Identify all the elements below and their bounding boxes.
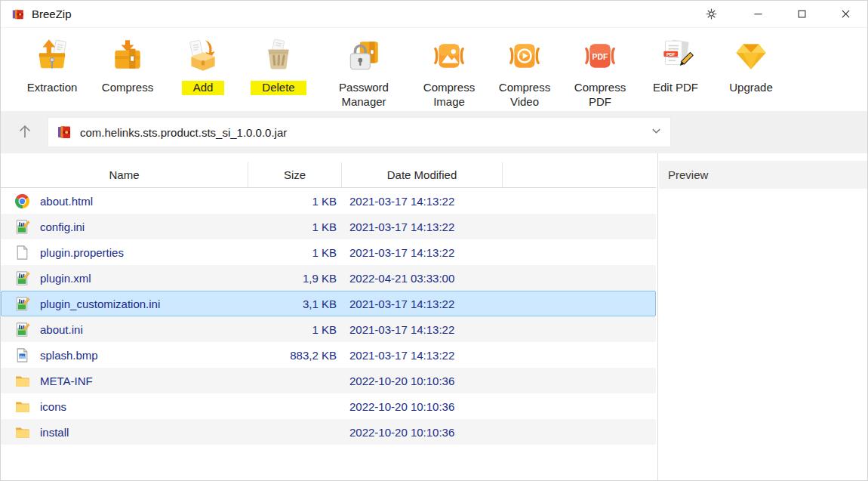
close-button[interactable] — [823, 1, 867, 28]
properties-file-icon — [14, 245, 30, 261]
archive-file-icon — [56, 124, 72, 140]
file-date-modified: 2021-03-17 14:13:22 — [343, 298, 503, 310]
file-size: 3,1 KB — [249, 298, 343, 310]
file-size: 1 KB — [249, 323, 343, 336]
toolbar-item-label: Extraction — [26, 81, 79, 95]
compress-pdf-icon: PDF — [580, 36, 620, 76]
maximize-icon — [796, 8, 808, 20]
extraction-icon — [32, 36, 72, 76]
up-arrow-icon — [17, 123, 33, 142]
file-name: plugin.xml — [40, 272, 91, 285]
compress-icon — [108, 36, 147, 76]
svg-text:PDF: PDF — [666, 52, 676, 57]
address-bar: com.helinks.sts.product.sts_si_1.0.0.0.j… — [1, 111, 867, 153]
file-date-modified: 2022-10-20 10:10:36 — [343, 426, 503, 439]
file-row-splash-bmp[interactable]: splash.bmp 883,2 KB 2021-03-17 14:13:22 — [1, 342, 656, 368]
toolbar-item-label: Compress Image — [411, 81, 487, 109]
ini-file-icon — [14, 322, 30, 338]
folder-icon — [14, 424, 30, 440]
compress-image-icon — [429, 36, 469, 76]
file-date-modified: 2021-03-17 14:13:22 — [343, 246, 503, 259]
toolbar-item-compress-image[interactable]: Compress Image — [411, 29, 487, 109]
folder-icon — [14, 373, 30, 389]
toolbar-item-upgrade[interactable]: Upgrade — [713, 29, 789, 95]
file-row-icons[interactable]: icons 2022-10-20 10:10:36 — [1, 393, 656, 419]
window-title: BreeZip — [32, 8, 72, 20]
toolbar-item-delete[interactable]: Delete — [241, 29, 316, 95]
archive-path: com.helinks.sts.product.sts_si_1.0.0.0.j… — [80, 126, 645, 139]
file-row-install[interactable]: install 2022-10-20 10:10:36 — [1, 419, 656, 445]
up-directory-button[interactable] — [8, 119, 42, 146]
file-row-plugin-properties[interactable]: plugin.properties 1 KB 2021-03-17 14:13:… — [1, 239, 656, 265]
gear-icon — [705, 8, 718, 20]
file-name: META-INF — [40, 375, 93, 387]
file-row-config-ini[interactable]: config.ini 1 KB 2021-03-17 14:13:22 — [1, 214, 656, 239]
delete-icon — [259, 36, 298, 76]
file-size: 1 KB — [249, 195, 343, 208]
file-date-modified: 2021-03-17 14:13:22 — [343, 195, 503, 208]
maximize-button[interactable] — [780, 1, 823, 28]
file-row-plugin-customization-ini[interactable]: plugin_customization.ini 3,1 KB 2021-03-… — [1, 291, 656, 316]
minimize-button[interactable] — [736, 1, 780, 28]
panel-divider — [657, 153, 658, 481]
toolbar-item-password-manager[interactable]: Password Manager — [316, 29, 411, 109]
minimize-icon — [752, 8, 765, 20]
file-size: 1,9 KB — [249, 272, 343, 285]
column-header-name[interactable]: Name — [1, 162, 248, 187]
toolbar-item-compress-video[interactable]: Compress Video — [487, 29, 562, 109]
file-name: splash.bmp — [40, 349, 98, 362]
bmp-file-icon — [14, 347, 30, 363]
file-date-modified: 2022-10-20 10:10:36 — [343, 400, 503, 413]
preview-title: Preview — [668, 168, 708, 181]
file-size: 1 KB — [249, 220, 343, 233]
file-size: 1 KB — [249, 246, 343, 259]
toolbar-item-label: Compress PDF — [562, 81, 638, 109]
toolbar-item-compress[interactable]: Compress — [90, 29, 165, 95]
column-header-size[interactable]: Size — [248, 162, 342, 187]
file-name: icons — [40, 400, 66, 413]
content-area: Name Size Date Modified about.html 1 KB … — [1, 153, 867, 481]
toolbar-item-label: Edit PDF — [651, 81, 700, 95]
title-bar: BreeZip — [1, 1, 867, 28]
file-date-modified: 2021-03-17 14:13:22 — [343, 349, 503, 362]
main-toolbar: Extraction Compress Add Delete Password … — [1, 29, 867, 111]
file-name: config.ini — [40, 220, 85, 233]
toolbar-item-compress-pdf[interactable]: PDF Compress PDF — [562, 29, 638, 109]
upgrade-icon — [731, 36, 771, 76]
file-date-modified: 2021-03-17 14:13:22 — [343, 220, 503, 233]
file-rows: about.html 1 KB 2021-03-17 14:13:22 conf… — [1, 188, 656, 445]
toolbar-item-label: Upgrade — [728, 81, 774, 95]
file-row-meta-inf[interactable]: META-INF 2022-10-20 10:10:36 — [1, 368, 656, 393]
preview-header: Preview — [659, 161, 868, 189]
add-icon — [183, 36, 223, 76]
file-name: install — [40, 426, 69, 439]
ini-file-icon — [14, 219, 30, 235]
toolbar-item-add[interactable]: Add — [165, 29, 241, 95]
file-date-modified: 2021-03-17 14:13:22 — [343, 323, 503, 336]
file-date-modified: 2022-04-21 03:33:00 — [343, 272, 503, 285]
file-row-about-ini[interactable]: about.ini 1 KB 2021-03-17 14:13:22 — [1, 316, 656, 342]
file-row-about-html[interactable]: about.html 1 KB 2021-03-17 14:13:22 — [1, 188, 656, 214]
close-icon — [839, 8, 852, 20]
toolbar-item-label: Delete — [251, 81, 306, 95]
toolbar-item-label: Compress Video — [487, 81, 562, 109]
path-input[interactable]: com.helinks.sts.product.sts_si_1.0.0.0.j… — [48, 117, 671, 147]
file-size: 883,2 KB — [249, 349, 343, 362]
ini-file-icon — [14, 270, 30, 286]
settings-button[interactable] — [689, 1, 733, 28]
toolbar-item-edit-pdf[interactable]: PDF Edit PDF — [638, 29, 713, 95]
preview-panel: Preview — [659, 153, 868, 481]
file-row-plugin-xml[interactable]: plugin.xml 1,9 KB 2022-04-21 03:33:00 — [1, 265, 656, 291]
toolbar-item-label: Add — [182, 81, 225, 95]
column-header-blank — [503, 162, 656, 187]
toolbar-item-label: Compress — [100, 81, 155, 95]
column-header-date-modified[interactable]: Date Modified — [342, 162, 503, 187]
file-name: about.html — [40, 195, 93, 208]
ini-file-icon — [14, 296, 30, 312]
path-dropdown-button[interactable] — [645, 121, 667, 143]
edit-pdf-icon: PDF — [656, 36, 695, 76]
toolbar-item-extraction[interactable]: Extraction — [14, 29, 90, 95]
file-name: plugin_customization.ini — [40, 298, 160, 310]
file-table: Name Size Date Modified about.html 1 KB … — [1, 153, 656, 481]
toolbar-item-label: Password Manager — [316, 81, 411, 109]
